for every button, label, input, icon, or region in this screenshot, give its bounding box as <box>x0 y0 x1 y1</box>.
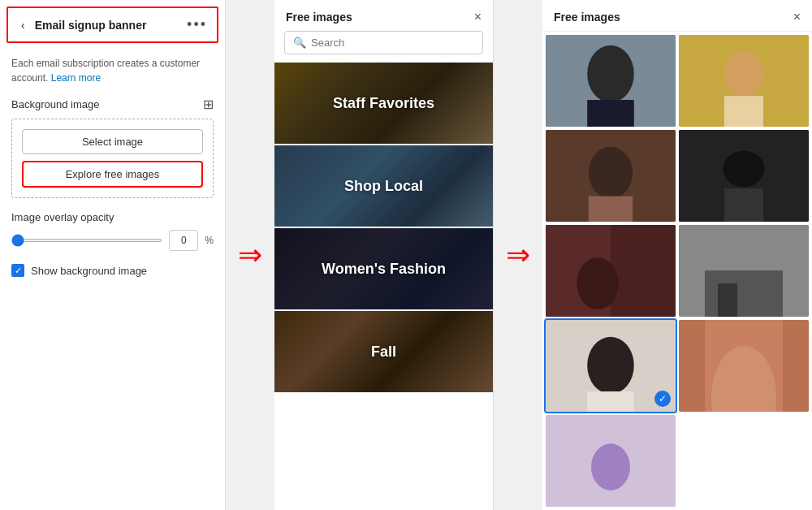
opacity-section: Image overlay opacity 0 % <box>11 211 214 251</box>
panel-header: ‹ Email signup banner ••• <box>6 6 218 43</box>
svg-rect-16 <box>705 270 783 317</box>
arrow-1-container: ⇒ <box>226 0 274 510</box>
category-women-overlay: Women's Fashion <box>274 228 493 309</box>
image-bg-6 <box>679 225 809 317</box>
image-cell-1[interactable] <box>546 35 676 127</box>
svg-rect-17 <box>718 283 737 317</box>
left-panel: ‹ Email signup banner ••• Each email sub… <box>0 0 226 510</box>
category-shop-overlay: Shop Local <box>274 145 493 227</box>
opacity-value-box: 0 <box>169 230 198 251</box>
show-bg-label: Show background image <box>31 265 147 277</box>
image-placeholder-4 <box>679 130 809 222</box>
back-button[interactable]: ‹ <box>18 17 28 33</box>
search-bar: 🔍 <box>284 31 483 54</box>
selected-badge-7: ✓ <box>654 391 671 407</box>
category-staff-label: Staff Favorites <box>333 95 434 112</box>
more-options-button[interactable]: ••• <box>187 16 207 33</box>
right-panel-top-bar: Free images × <box>542 0 812 32</box>
right-panel-close-button[interactable]: × <box>793 10 801 24</box>
arrow-2-icon: ⇒ <box>506 238 530 272</box>
image-placeholder-5 <box>546 225 676 317</box>
images-grid: ✓ <box>542 32 812 510</box>
opacity-label: Image overlay opacity <box>11 211 214 223</box>
svg-point-10 <box>723 151 764 188</box>
opacity-row: 0 % <box>11 230 214 251</box>
middle-panel-title: Free images <box>286 11 352 24</box>
arrow-2-container: ⇒ <box>494 0 542 510</box>
image-cell-4[interactable] <box>679 130 809 222</box>
opacity-slider[interactable] <box>11 239 162 242</box>
image-cell-8[interactable] <box>679 320 809 412</box>
category-women-fashion[interactable]: Women's Fashion <box>274 228 493 309</box>
image-cell-7[interactable]: ✓ <box>546 320 676 412</box>
stack-icon: ⊞ <box>203 97 214 112</box>
select-image-button[interactable]: Select image <box>22 129 203 154</box>
svg-rect-2 <box>587 100 634 127</box>
category-staff-overlay: Staff Favorites <box>274 63 493 144</box>
svg-point-14 <box>577 257 618 309</box>
category-shop-local[interactable]: Shop Local <box>274 145 493 227</box>
category-women-label: Women's Fashion <box>322 261 446 278</box>
search-input[interactable] <box>311 37 474 49</box>
svg-point-1 <box>587 45 634 102</box>
right-panel-title: Free images <box>554 11 620 24</box>
background-image-label: Background image <box>11 98 99 110</box>
show-bg-row: Show background image <box>11 264 214 277</box>
opacity-value: 0 <box>181 235 187 246</box>
svg-rect-11 <box>724 188 763 222</box>
svg-rect-8 <box>589 197 633 222</box>
image-placeholder-1 <box>546 35 676 127</box>
info-text: Each email subscription creates a custom… <box>11 56 214 85</box>
arrow-1-icon: ⇒ <box>238 238 262 272</box>
category-fall-label: Fall <box>371 344 396 361</box>
slider-wrapper <box>11 239 162 242</box>
panel-title: Email signup banner <box>35 19 147 32</box>
middle-panel-top-bar: Free images × <box>274 0 493 31</box>
image-bg-3 <box>546 130 676 222</box>
svg-point-4 <box>724 50 763 97</box>
panel-body: Each email subscription creates a custom… <box>0 50 225 510</box>
image-placeholder-9 <box>546 415 676 507</box>
category-staff-favorites[interactable]: Staff Favorites <box>274 63 493 144</box>
image-cell-6[interactable] <box>679 225 809 317</box>
learn-more-link[interactable]: Learn more <box>51 72 101 84</box>
image-bg-4 <box>679 130 809 222</box>
explore-free-images-button[interactable]: Explore free images <box>22 161 203 188</box>
image-bg-5 <box>546 225 676 317</box>
category-shop-label: Shop Local <box>344 178 423 195</box>
panel-header-left: ‹ Email signup banner <box>18 17 146 33</box>
image-placeholder-8 <box>679 320 809 412</box>
image-cell-9[interactable] <box>546 415 676 507</box>
image-buttons-area: Select image Explore free images <box>11 119 214 198</box>
image-bg-2 <box>679 35 809 127</box>
categories-list: Staff Favorites Shop Local Women's Fashi… <box>274 63 493 510</box>
image-bg-8 <box>679 320 809 412</box>
right-panel: Free images × <box>542 0 812 510</box>
image-cell-5[interactable] <box>546 225 676 317</box>
svg-point-7 <box>589 147 633 199</box>
background-image-section-header: Background image ⊞ <box>11 97 214 112</box>
svg-rect-5 <box>724 96 763 127</box>
category-fall-overlay: Fall <box>274 311 493 392</box>
image-cell-3[interactable] <box>546 130 676 222</box>
search-icon: 🔍 <box>293 37 306 49</box>
svg-point-25 <box>591 443 630 491</box>
image-cell-2[interactable] <box>679 35 809 127</box>
svg-point-19 <box>587 337 634 394</box>
middle-panel-close-button[interactable]: × <box>474 10 482 24</box>
image-bg-1 <box>546 35 676 127</box>
image-bg-9 <box>546 415 676 507</box>
show-bg-checkbox[interactable] <box>11 264 24 277</box>
image-placeholder-2 <box>679 35 809 127</box>
image-placeholder-3 <box>546 130 676 222</box>
middle-panel: Free images × 🔍 Staff Favorites Shop Loc… <box>274 0 494 510</box>
category-fall[interactable]: Fall <box>274 311 493 392</box>
percent-label: % <box>205 235 214 246</box>
svg-rect-20 <box>587 391 634 412</box>
image-placeholder-6 <box>679 225 809 317</box>
